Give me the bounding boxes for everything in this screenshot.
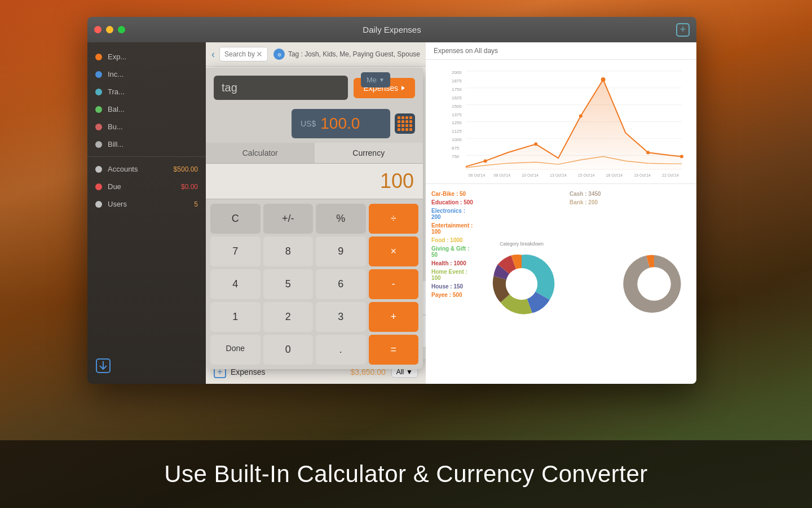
sidebar-item-balance[interactable]: Bal... — [87, 100, 206, 118]
sidebar-item-income[interactable]: Inc... — [87, 65, 206, 83]
app-window: Daily Expenses + Exp... Inc... Tra... Ba… — [87, 17, 696, 384]
calc-btn-9[interactable]: 9 — [316, 237, 366, 266]
search-clear-icon[interactable]: ✕ — [256, 50, 263, 59]
import-icon[interactable] — [95, 358, 111, 376]
sidebar-item-budget[interactable]: Bu... — [87, 118, 206, 135]
search-input-wrap[interactable]: ✕ — [219, 47, 268, 62]
line-chart-svg: 2000 1875 1750 1625 1500 1375 1250 1125 … — [434, 65, 689, 178]
title-bar: Daily Expenses + — [87, 17, 696, 42]
calc-tabs: Calculator Currency — [206, 143, 423, 164]
divider — [87, 156, 206, 157]
svg-text:18 Oct'14: 18 Oct'14 — [606, 173, 623, 177]
budget-dot — [95, 124, 102, 130]
close-button[interactable] — [94, 26, 102, 33]
legend-item-cash: Cash : 3450 — [570, 190, 612, 198]
calc-btn-c[interactable]: C — [210, 204, 261, 234]
accounts-amount: $500.00 — [174, 165, 198, 173]
calc-btn-decimal[interactable]: . — [316, 335, 366, 365]
tag-field[interactable]: tag — [214, 76, 348, 100]
calc-btn-2[interactable]: 2 — [263, 302, 314, 332]
svg-text:1500: 1500 — [452, 104, 462, 109]
amount-display: Me ▼ US$ 100.0 — [206, 104, 423, 143]
toggle-arrow-icon — [401, 86, 405, 90]
expenses-label: Exp... — [108, 52, 198, 61]
calc-btn-3[interactable]: 3 — [316, 302, 366, 332]
balance-label: Bal... — [108, 105, 198, 113]
tab-currency-label: Currency — [352, 148, 385, 157]
calc-btn-5[interactable]: 5 — [263, 269, 314, 299]
tag-icon: ⚙ — [273, 49, 285, 60]
chart-point — [534, 142, 537, 146]
income-dot — [95, 71, 102, 78]
calc-btn-multiply[interactable]: × — [369, 237, 419, 266]
back-button[interactable]: ‹ — [211, 49, 215, 60]
bottom-text: Use Built-In Calculator & Currency Conve… — [164, 461, 648, 488]
sidebar-item-bills[interactable]: Bill... — [87, 135, 206, 153]
chart-point-peak — [601, 77, 606, 82]
calc-btn-0[interactable]: 0 — [263, 335, 314, 365]
me-label: Me — [367, 76, 377, 84]
chart-title: Expenses on All days — [434, 47, 498, 55]
legend-item-food: Food : 1000 — [431, 236, 474, 244]
grid-icon[interactable] — [395, 113, 415, 134]
tab-calculator-label: Calculator — [242, 148, 278, 157]
search-input[interactable] — [224, 50, 256, 58]
budget-label: Bu... — [108, 122, 198, 131]
expenses-dot — [95, 54, 102, 60]
me-selector[interactable]: Me ▼ — [361, 72, 390, 87]
svg-text:1750: 1750 — [452, 87, 462, 92]
chart-legend: Car-Bike : 50 Education : 500 Electronic… — [431, 190, 474, 378]
legend-item-electronics: Electronics : 200 — [431, 207, 474, 221]
users-label: Users — [108, 200, 194, 208]
minimize-button[interactable] — [106, 26, 113, 33]
calc-btn-7[interactable]: 7 — [210, 237, 261, 266]
calc-btn-minus[interactable]: - — [369, 269, 419, 299]
bills-label: Bill... — [108, 140, 198, 148]
accounts-label: Accounts — [108, 165, 174, 173]
app-title: Daily Expenses — [363, 25, 421, 34]
calc-btn-6[interactable]: 6 — [316, 269, 366, 299]
svg-text:22 Oct'14: 22 Oct'14 — [662, 173, 679, 177]
maximize-button[interactable] — [118, 26, 125, 33]
calc-btn-plus[interactable]: + — [369, 302, 419, 332]
chart-point — [646, 151, 650, 154]
calc-btn-percent[interactable]: % — [316, 204, 366, 234]
balance-dot — [95, 106, 102, 113]
svg-text:1625: 1625 — [452, 95, 462, 100]
sidebar-item-accounts[interactable]: Accounts $500.00 — [87, 160, 206, 178]
pie-chart-categories: Category breakdown — [479, 190, 564, 378]
sidebar-item-transfer[interactable]: Tra... — [87, 83, 206, 100]
sidebar-item-users[interactable]: Users 5 — [87, 195, 206, 213]
add-button[interactable]: + — [676, 23, 690, 37]
tab-currency[interactable]: Currency — [315, 143, 423, 163]
due-dot — [95, 183, 102, 190]
calc-btn-plusminus[interactable]: +/- — [263, 204, 314, 234]
svg-text:10 Oct'14: 10 Oct'14 — [522, 173, 539, 177]
window-controls — [94, 26, 125, 33]
svg-text:1250: 1250 — [452, 120, 462, 125]
amount-box: US$ 100.0 — [292, 109, 390, 138]
calc-btn-8[interactable]: 8 — [263, 237, 314, 266]
sidebar-item-due[interactable]: Due $0.00 — [87, 178, 206, 195]
due-amount: $0.00 — [181, 183, 198, 191]
svg-text:1875: 1875 — [452, 78, 462, 84]
sidebar-item-expenses[interactable]: Exp... — [87, 48, 206, 65]
plus-icon: + — [680, 24, 686, 36]
due-label: Due — [108, 182, 181, 191]
calc-btn-4[interactable]: 4 — [210, 269, 261, 299]
calc-btn-1[interactable]: 1 — [210, 302, 261, 332]
calc-btn-divide[interactable]: ÷ — [369, 204, 419, 234]
svg-text:2000: 2000 — [452, 70, 462, 75]
pie-chart-payment — [617, 190, 691, 378]
calc-btn-done[interactable]: Done — [210, 335, 261, 365]
svg-text:1375: 1375 — [452, 112, 462, 117]
svg-text:1125: 1125 — [452, 129, 462, 134]
legend-item-homeevent: Home Event : 100 — [431, 268, 474, 282]
tab-calculator[interactable]: Calculator — [206, 143, 315, 163]
sidebar: Exp... Inc... Tra... Bal... Bu... Bill..… — [87, 42, 206, 384]
calc-btn-equals[interactable]: = — [369, 335, 419, 365]
calc-buttons: C +/- % ÷ 7 8 9 × 4 5 6 - 1 2 3 + Do — [206, 199, 423, 369]
svg-text:Category breakdown: Category breakdown — [500, 241, 544, 247]
line-chart-area: 2000 1875 1750 1625 1500 1375 1250 1125 … — [426, 60, 696, 184]
bottom-bar: Use Built-In Calculator & Currency Conve… — [0, 440, 812, 508]
